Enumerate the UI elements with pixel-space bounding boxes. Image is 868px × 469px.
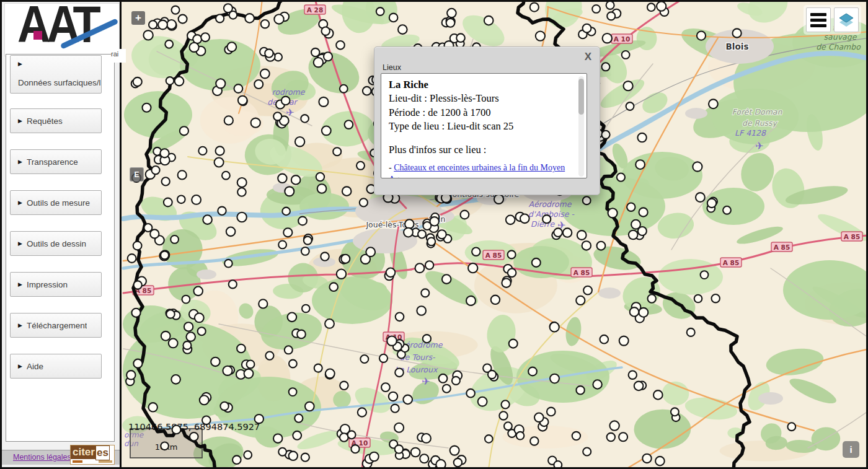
map-marker[interactable] bbox=[178, 170, 187, 179]
map-marker[interactable] bbox=[325, 319, 334, 328]
map-marker[interactable] bbox=[619, 336, 629, 346]
map-marker[interactable] bbox=[709, 99, 718, 108]
map-marker[interactable] bbox=[425, 261, 433, 269]
map-marker[interactable] bbox=[326, 369, 335, 379]
map-marker[interactable] bbox=[488, 370, 496, 379]
map-marker[interactable] bbox=[237, 188, 246, 196]
map-marker[interactable] bbox=[283, 228, 292, 237]
map-marker[interactable] bbox=[583, 448, 591, 456]
map-marker[interactable] bbox=[583, 24, 591, 33]
map-marker[interactable] bbox=[696, 193, 705, 202]
map-marker[interactable] bbox=[274, 14, 283, 24]
map-marker[interactable] bbox=[314, 364, 322, 372]
map-marker[interactable] bbox=[712, 294, 720, 302]
map-marker[interactable] bbox=[387, 336, 396, 346]
map-marker[interactable] bbox=[502, 279, 510, 287]
map-marker[interactable] bbox=[297, 330, 306, 339]
map-marker[interactable] bbox=[340, 382, 348, 390]
map-marker[interactable] bbox=[532, 258, 541, 267]
map-marker[interactable] bbox=[630, 307, 639, 317]
map-marker[interactable] bbox=[386, 268, 396, 278]
map-marker[interactable] bbox=[183, 341, 191, 349]
map-marker[interactable] bbox=[304, 237, 312, 245]
map-marker[interactable] bbox=[629, 371, 637, 379]
map-marker[interactable] bbox=[161, 442, 169, 450]
map-marker[interactable] bbox=[509, 340, 518, 348]
info-link-1[interactable]: Châteaux et enceintes urbaines à la fin … bbox=[389, 163, 565, 178]
menu-item-4[interactable]: ▶Outils de dessin bbox=[10, 231, 102, 256]
map-marker[interactable] bbox=[423, 335, 431, 343]
map-marker[interactable] bbox=[289, 360, 297, 368]
map-marker[interactable] bbox=[285, 346, 293, 354]
map-marker[interactable] bbox=[422, 434, 431, 443]
map-marker[interactable] bbox=[609, 421, 619, 430]
map-marker[interactable] bbox=[617, 173, 625, 182]
map-marker[interactable] bbox=[195, 313, 204, 323]
map-marker[interactable] bbox=[336, 41, 345, 50]
map-marker[interactable] bbox=[360, 198, 368, 206]
menu-item-0[interactable]: ▶Données surfaciques/l bbox=[10, 55, 102, 94]
map-marker[interactable] bbox=[624, 81, 633, 90]
map-marker[interactable] bbox=[184, 322, 193, 331]
map-marker[interactable] bbox=[150, 229, 159, 238]
citeres-logo[interactable]: citer es bbox=[70, 445, 115, 465]
map-marker[interactable] bbox=[606, 2, 614, 9]
map-marker[interactable] bbox=[289, 452, 298, 460]
map-marker[interactable] bbox=[637, 133, 646, 142]
map-marker[interactable] bbox=[198, 147, 206, 155]
map-marker[interactable] bbox=[244, 369, 254, 379]
map-marker[interactable] bbox=[508, 269, 516, 278]
map-marker[interactable] bbox=[237, 344, 246, 353]
map-marker[interactable] bbox=[456, 33, 465, 42]
map-marker[interactable] bbox=[597, 242, 606, 250]
map-marker[interactable] bbox=[395, 369, 404, 377]
map-marker[interactable] bbox=[403, 395, 412, 405]
map-marker[interactable] bbox=[592, 5, 600, 13]
map-marker[interactable] bbox=[216, 79, 225, 88]
map-marker[interactable] bbox=[161, 251, 169, 259]
map-marker[interactable] bbox=[345, 120, 353, 129]
map-marker[interactable] bbox=[278, 174, 286, 183]
map-marker[interactable] bbox=[166, 310, 174, 318]
map-marker[interactable] bbox=[301, 247, 309, 255]
map-marker[interactable] bbox=[499, 411, 507, 419]
map-marker[interactable] bbox=[288, 313, 297, 322]
map-marker[interactable] bbox=[329, 283, 338, 291]
map-marker[interactable] bbox=[133, 359, 142, 368]
map-marker[interactable] bbox=[485, 435, 493, 443]
map-marker[interactable] bbox=[583, 196, 591, 204]
menu-item-2[interactable]: ▶Transparence bbox=[10, 149, 102, 174]
map-marker[interactable] bbox=[172, 6, 180, 14]
map-marker[interactable] bbox=[340, 85, 348, 93]
map-marker[interactable] bbox=[172, 426, 181, 434]
map-marker[interactable] bbox=[134, 281, 142, 289]
map-marker[interactable] bbox=[415, 263, 425, 273]
map-marker[interactable] bbox=[629, 230, 638, 240]
map-marker[interactable] bbox=[190, 43, 199, 52]
map-marker[interactable] bbox=[341, 255, 350, 263]
map-marker[interactable] bbox=[563, 228, 572, 237]
east-pan-button[interactable]: E bbox=[130, 167, 144, 182]
map-marker[interactable] bbox=[128, 254, 136, 263]
map-marker[interactable] bbox=[639, 208, 648, 216]
map-marker[interactable] bbox=[657, 2, 666, 11]
map-marker[interactable] bbox=[634, 382, 644, 391]
map-marker[interactable] bbox=[421, 289, 429, 297]
map-marker[interactable] bbox=[289, 388, 297, 396]
map-marker[interactable] bbox=[520, 214, 529, 224]
map-marker[interactable] bbox=[281, 97, 290, 105]
map-marker[interactable] bbox=[260, 69, 270, 79]
map-marker[interactable] bbox=[161, 331, 170, 341]
map-marker[interactable] bbox=[446, 19, 455, 27]
map-marker[interactable] bbox=[317, 184, 327, 193]
map-marker[interactable] bbox=[394, 423, 404, 432]
map-marker[interactable] bbox=[200, 395, 209, 405]
map-marker[interactable] bbox=[542, 215, 551, 223]
map-marker[interactable] bbox=[627, 203, 635, 211]
map-marker[interactable] bbox=[398, 25, 407, 34]
map-marker[interactable] bbox=[701, 271, 709, 279]
menu-item-1[interactable]: ▶Requêtes bbox=[10, 108, 102, 133]
map-marker[interactable] bbox=[224, 260, 232, 268]
map-marker[interactable] bbox=[247, 361, 255, 369]
map-marker[interactable] bbox=[639, 308, 649, 317]
